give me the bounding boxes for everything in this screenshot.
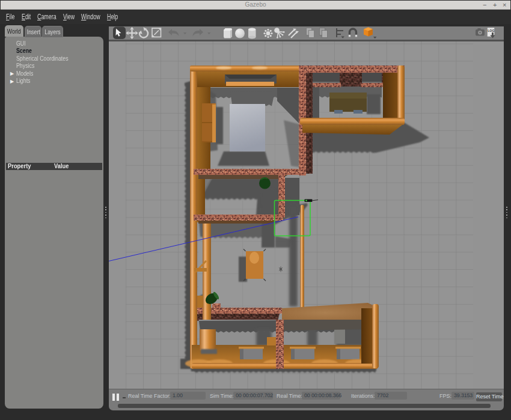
svg-text:LOG: LOG — [488, 29, 494, 32]
